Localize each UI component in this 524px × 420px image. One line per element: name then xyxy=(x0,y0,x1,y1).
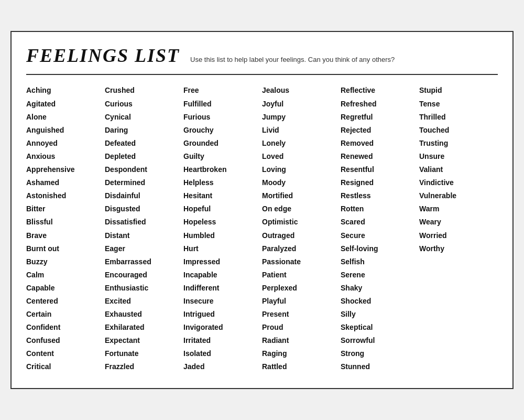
feeling-word: Excited xyxy=(105,295,183,307)
feeling-word: Curious xyxy=(105,98,183,110)
feeling-word: Depleted xyxy=(105,150,183,163)
feeling-word: Exhausted xyxy=(105,308,183,320)
feeling-word: Embarrassed xyxy=(105,256,183,268)
feeling-word: Confused xyxy=(26,335,105,347)
feeling-word: Aching xyxy=(26,84,105,96)
feeling-word: Jaded xyxy=(183,361,262,373)
feeling-word: Hesitant xyxy=(183,190,262,202)
feeling-word: Buzzy xyxy=(26,256,105,268)
feeling-word: Astonished xyxy=(26,190,105,202)
feeling-word: Thrilled xyxy=(419,111,498,123)
feeling-word: Humbled xyxy=(183,230,262,242)
feeling-word: Removed xyxy=(341,137,419,149)
feeling-word: Free xyxy=(183,84,262,96)
column-3: FreeFulfilledFuriousGrouchyGroundedGuilt… xyxy=(183,84,262,373)
feeling-word: Determined xyxy=(105,177,183,189)
column-2: CrushedCuriousCynicalDaringDefeatedDeple… xyxy=(105,84,183,373)
feeling-word: Jumpy xyxy=(262,111,341,123)
feeling-word: Tense xyxy=(419,98,498,110)
feeling-word: Renewed xyxy=(341,150,419,163)
feeling-word: Isolated xyxy=(183,348,262,360)
column-1: AchingAgitatedAloneAnguishedAnnoyedAnxio… xyxy=(26,84,105,373)
feeling-word: Cynical xyxy=(105,111,183,123)
feelings-columns: AchingAgitatedAloneAnguishedAnnoyedAnxio… xyxy=(26,84,498,373)
feeling-word: Crushed xyxy=(105,84,183,96)
page-subtitle: Use this list to help label your feeling… xyxy=(190,56,395,63)
feeling-word: Weary xyxy=(419,216,498,228)
feeling-word: Invigorated xyxy=(183,321,262,333)
feeling-word: Dissatisfied xyxy=(105,216,183,228)
feeling-word: Frazzled xyxy=(105,361,183,373)
feeling-word: Despondent xyxy=(105,164,183,176)
feeling-word: Passionate xyxy=(262,256,341,268)
feeling-word: Hopeful xyxy=(183,203,262,215)
feeling-word: Grouchy xyxy=(183,124,262,136)
feeling-word: On edge xyxy=(262,203,341,215)
feeling-word: Loving xyxy=(262,164,341,176)
feeling-word: Resigned xyxy=(341,177,419,189)
feeling-word: Silly xyxy=(341,308,419,320)
card-header: FEELINGS LIST Use this list to help labe… xyxy=(26,45,498,75)
feeling-word: Distant xyxy=(105,230,183,242)
feeling-word: Critical xyxy=(26,361,105,373)
feeling-word: Vulnerable xyxy=(419,190,498,202)
feeling-word: Playful xyxy=(262,295,341,307)
feeling-word: Touched xyxy=(419,124,498,136)
feeling-word: Calm xyxy=(26,269,105,281)
feeling-word: Brave xyxy=(26,230,105,242)
feeling-word: Perplexed xyxy=(262,282,341,294)
feeling-word: Rattled xyxy=(262,361,341,373)
feeling-word: Irritated xyxy=(183,335,262,347)
feeling-word: Capable xyxy=(26,282,105,294)
feeling-word: Resentful xyxy=(341,164,419,176)
feeling-word: Mortified xyxy=(262,190,341,202)
feeling-word: Defeated xyxy=(105,137,183,149)
feeling-word: Encouraged xyxy=(105,269,183,281)
feeling-word: Paralyzed xyxy=(262,243,341,255)
feeling-word: Exhilarated xyxy=(105,321,183,333)
feeling-word: Reflective xyxy=(341,84,419,96)
feeling-word: Incapable xyxy=(183,269,262,281)
feeling-word: Certain xyxy=(26,308,105,320)
feeling-word: Optimistic xyxy=(262,216,341,228)
feeling-word: Outraged xyxy=(262,230,341,242)
feeling-word: Insecure xyxy=(183,295,262,307)
feeling-word: Daring xyxy=(105,124,183,136)
feeling-word: Present xyxy=(262,308,341,320)
feeling-word: Alone xyxy=(26,111,105,123)
feeling-word: Strong xyxy=(341,348,419,360)
feeling-word: Unsure xyxy=(419,150,498,163)
feeling-word: Moody xyxy=(262,177,341,189)
feeling-word: Jealous xyxy=(262,84,341,96)
feeling-word: Loved xyxy=(262,150,341,163)
feeling-word: Valiant xyxy=(419,164,498,176)
feeling-word: Scared xyxy=(341,216,419,228)
feeling-word: Restless xyxy=(341,190,419,202)
feeling-word: Centered xyxy=(26,295,105,307)
feeling-word: Apprehensive xyxy=(26,164,105,176)
feeling-word: Rotten xyxy=(341,203,419,215)
feeling-word: Hurt xyxy=(183,243,262,255)
feeling-word: Eager xyxy=(105,243,183,255)
page-title: FEELINGS LIST xyxy=(26,45,180,67)
feeling-word: Refreshed xyxy=(341,98,419,110)
feeling-word: Shaky xyxy=(341,282,419,294)
feeling-word: Lonely xyxy=(262,137,341,149)
feeling-word: Trusting xyxy=(419,137,498,149)
feelings-list-card: FEELINGS LIST Use this list to help labe… xyxy=(10,31,514,389)
feeling-word: Stupid xyxy=(419,84,498,96)
feeling-word: Bitter xyxy=(26,203,105,215)
feeling-word: Ashamed xyxy=(26,177,105,189)
feeling-word: Heartbroken xyxy=(183,164,262,176)
feeling-word: Secure xyxy=(341,230,419,242)
feeling-word: Annoyed xyxy=(26,137,105,149)
feeling-word: Stunned xyxy=(341,361,419,373)
column-4: JealousJoyfulJumpyLividLonelyLovedLoving… xyxy=(262,84,341,373)
feeling-word: Disdainful xyxy=(105,190,183,202)
feeling-word: Worthy xyxy=(419,243,498,255)
feeling-word: Regretful xyxy=(341,111,419,123)
feeling-word: Guilty xyxy=(183,150,262,163)
feeling-word: Joyful xyxy=(262,98,341,110)
feeling-word: Rejected xyxy=(341,124,419,136)
feeling-word: Self-loving xyxy=(341,243,419,255)
